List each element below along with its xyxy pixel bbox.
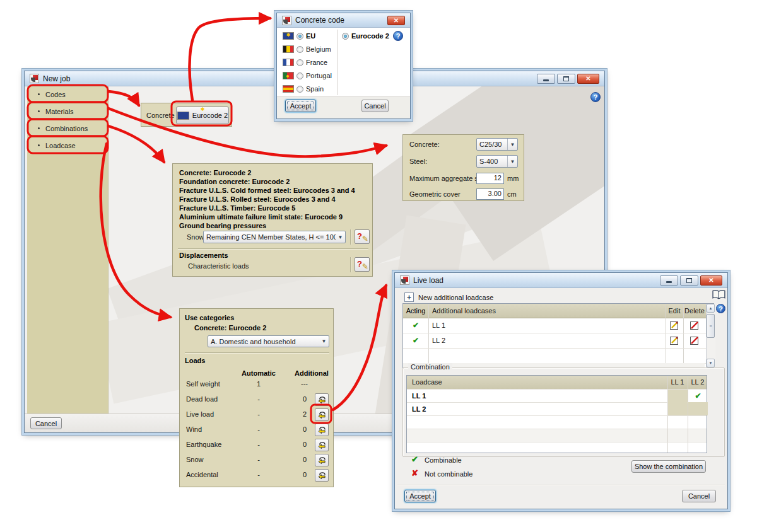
combinations-panel: Concrete: Eurocode 2 Foundation concrete… <box>172 163 373 277</box>
show-combination-button[interactable]: Show the combination <box>631 460 706 473</box>
load-row-label: Wind <box>186 425 202 433</box>
minimize-button[interactable] <box>660 275 678 286</box>
load-row-label: Earthquake <box>186 441 221 448</box>
sidebar-item-loadcase[interactable]: Loadcase <box>30 138 107 153</box>
country-radio-eu[interactable] <box>296 33 303 40</box>
country-radio-portugal[interactable] <box>296 72 303 79</box>
snow-load-edit-button[interactable] <box>315 454 329 466</box>
new-loadcase-icon[interactable]: + <box>404 292 414 302</box>
col-additional: Additional <box>294 369 329 377</box>
code-line: Foundation concrete: Eurocode 2 <box>179 178 290 185</box>
minimize-button[interactable] <box>537 74 555 84</box>
sidebar-item-codes[interactable]: Codes <box>30 87 107 101</box>
live-load-edit-button[interactable] <box>315 408 329 421</box>
country-radio-spain[interactable] <box>296 86 303 93</box>
scroll-down-icon[interactable]: ▼ <box>707 359 715 367</box>
combination-cell[interactable] <box>688 402 708 415</box>
accept-button[interactable]: Accept <box>404 490 436 502</box>
earthquake-edit-button[interactable] <box>315 439 329 451</box>
combination-cell[interactable] <box>668 402 688 415</box>
maximize-button[interactable] <box>680 275 698 286</box>
cancel-button[interactable]: Cancel <box>682 490 716 502</box>
combination-cell[interactable] <box>668 389 688 402</box>
eurocode-2-label: Eurocode 2 <box>192 112 228 119</box>
load-row-additional: 2 <box>278 410 307 418</box>
dead-load-edit-button[interactable] <box>315 393 329 406</box>
load-row-automatic: - <box>242 456 276 463</box>
help-icon[interactable] <box>393 31 403 41</box>
load-row-automatic: - <box>242 395 276 403</box>
load-row-automatic: - <box>242 471 276 478</box>
steel-grade-label: Steel: <box>409 158 427 165</box>
snow-code-dropdown[interactable]: Remaining CEN Member States, H <= 1000 m… <box>203 231 346 243</box>
accept-button[interactable]: Accept <box>285 100 316 112</box>
minimize-icon <box>543 79 549 81</box>
bullet-icon <box>38 144 40 146</box>
wind-edit-button[interactable] <box>315 424 329 436</box>
materials-panel: Concrete: C25/30 ▼ Steel: S-400 ▼ Maximu… <box>402 134 524 201</box>
new-loadcase-button[interactable]: New additional loadcase <box>418 294 493 301</box>
live-load-titlebar[interactable]: Live load ✕ <box>395 273 727 288</box>
delete-icon[interactable] <box>690 335 700 345</box>
country-label: France <box>306 59 327 66</box>
scrollbar-thumb[interactable]: ≡ <box>707 314 715 338</box>
close-button[interactable]: ✕ <box>387 16 405 25</box>
displacements-value: Characteristic loads <box>188 262 249 270</box>
country-radio-france[interactable] <box>296 59 303 66</box>
combination-row-name: LL 1 <box>412 392 426 400</box>
steel-grade-dropdown[interactable]: S-400 ▼ <box>476 155 518 168</box>
displacements-edit-button[interactable]: ?✎ <box>355 257 370 272</box>
concrete-code-titlebar[interactable]: Concrete code ✕ <box>277 13 410 28</box>
code-radio-eurocode2[interactable] <box>342 33 349 40</box>
help-icon[interactable] <box>716 304 725 313</box>
sidebar-item-label: Loadcase <box>45 142 76 149</box>
steel-grade-value: S-400 <box>477 158 507 165</box>
snow-edit-button[interactable]: ?✎ <box>355 229 370 244</box>
load-row-additional: 0 <box>278 441 307 448</box>
close-button[interactable]: ✕ <box>700 275 722 286</box>
maximize-icon <box>563 76 569 81</box>
scroll-up-icon[interactable]: ▲ <box>707 304 715 313</box>
country-label: Portugal <box>306 72 332 79</box>
combinable-check-icon: ✔ <box>411 454 418 464</box>
cancel-button[interactable]: Cancel <box>30 417 62 429</box>
sidebar-item-materials[interactable]: Materials <box>30 104 107 119</box>
col-ll1: LL 1 <box>667 378 688 386</box>
edit-icon[interactable] <box>670 320 679 330</box>
not-combinable-label: Not combinable <box>425 470 472 478</box>
concrete-grade-dropdown[interactable]: C25/30 ▼ <box>476 138 518 151</box>
col-automatic: Automatic <box>242 369 276 377</box>
col-edit: Edit <box>666 307 683 315</box>
accidental-edit-button[interactable] <box>315 469 329 482</box>
loadcase-name[interactable]: LL 1 <box>432 321 445 329</box>
aggregate-size-input[interactable]: 12 <box>476 173 504 184</box>
eurocode-2-button[interactable]: Eurocode 2 <box>176 107 229 124</box>
geometric-cover-unit: cm <box>507 190 517 198</box>
loads-title: Loads <box>185 357 205 364</box>
divider <box>683 304 684 367</box>
window-title: New job <box>43 74 70 83</box>
scrollbar[interactable]: ▲ ≡ ▼ <box>706 304 715 367</box>
sidebar-item-combinations[interactable]: Combinations <box>30 121 107 136</box>
dialog-title: Concrete code <box>295 16 344 25</box>
code-line: Concrete: Eurocode 2 <box>179 169 251 176</box>
help-icon[interactable] <box>590 92 601 102</box>
category-dropdown[interactable]: A. Domestic and household ▼ <box>208 335 329 347</box>
cancel-button[interactable]: Cancel <box>361 100 389 112</box>
delete-icon[interactable] <box>690 320 700 330</box>
divider <box>407 429 707 429</box>
country-radio-belgium[interactable] <box>296 46 303 53</box>
country-label: Spain <box>306 85 324 93</box>
loadcase-name[interactable]: LL 2 <box>432 337 445 344</box>
chevron-down-icon: ▼ <box>507 156 517 167</box>
bullet-icon <box>38 110 40 112</box>
geometric-cover-input[interactable]: 3.00 <box>476 188 504 200</box>
edit-icon[interactable] <box>670 335 679 345</box>
close-button[interactable]: ✕ <box>577 74 599 84</box>
acting-check-icon <box>403 333 428 348</box>
book-icon[interactable] <box>712 289 725 300</box>
combination-cell[interactable] <box>688 389 708 402</box>
maximize-button[interactable] <box>557 74 575 84</box>
load-row-label: Live load <box>186 410 214 418</box>
minimize-icon <box>666 281 672 283</box>
